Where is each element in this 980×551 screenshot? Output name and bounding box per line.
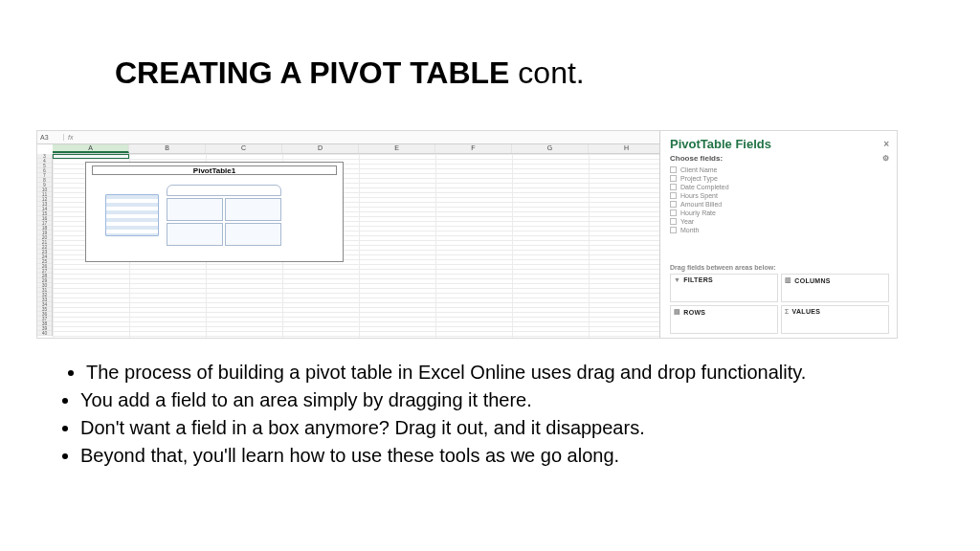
drag-areas-label: Drag fields between areas below:	[670, 260, 889, 271]
column-header[interactable]: E	[359, 144, 435, 153]
filters-label: FILTERS	[683, 276, 713, 283]
column-header[interactable]: B	[129, 144, 206, 153]
field-item[interactable]: Date Completed	[670, 183, 889, 191]
values-icon: Σ	[785, 308, 790, 315]
name-box[interactable]: A3	[37, 134, 64, 141]
selected-cell[interactable]	[53, 154, 129, 159]
choose-fields-label: Choose fields:	[670, 154, 723, 163]
columns-area[interactable]: ▥COLUMNS	[781, 274, 889, 302]
field-item[interactable]: Project Type	[670, 174, 889, 183]
fields-pane-title-row: PivotTable Fields ×	[670, 137, 889, 151]
close-icon[interactable]: ×	[883, 139, 889, 149]
row-header[interactable]: 40	[37, 331, 52, 336]
worksheet-area: A3 fx ABCDEFGH 3456789101112131415161718…	[37, 131, 659, 338]
bullet-list: The process of building a pivot table in…	[65, 360, 942, 471]
columns-icon: ▥	[785, 276, 791, 284]
field-item-label: Client Name	[680, 166, 718, 173]
choose-fields-row: Choose fields: ⚙	[670, 154, 889, 163]
field-item-label: Project Type	[680, 175, 718, 182]
checkbox-icon[interactable]	[670, 166, 677, 173]
field-item[interactable]: Client Name	[670, 165, 889, 174]
filters-area[interactable]: ▼FILTERS	[670, 274, 778, 302]
values-area[interactable]: ΣVALUES	[781, 305, 889, 334]
row-headers: 3456789101112131415161718192021222324252…	[37, 154, 53, 336]
field-item-label: Date Completed	[680, 184, 729, 190]
pivottable-placeholder-body	[86, 175, 343, 250]
mini-table-icon	[105, 194, 159, 236]
formula-bar: A3 fx	[37, 131, 659, 144]
checkbox-icon[interactable]	[670, 192, 677, 199]
rows-icon: ▤	[674, 308, 680, 316]
field-item[interactable]: Amount Billed	[670, 200, 889, 209]
drop-zones-icon	[167, 185, 281, 246]
bullet-item: Beyond that, you'll learn how to use the…	[80, 443, 942, 469]
checkbox-icon[interactable]	[670, 227, 677, 233]
fx-label: fx	[64, 134, 77, 141]
field-item[interactable]: Hours Spent	[670, 191, 889, 200]
checkbox-icon[interactable]	[670, 175, 677, 182]
excel-screenshot: A3 fx ABCDEFGH 3456789101112131415161718…	[36, 130, 898, 339]
pivottable-fields-pane: PivotTable Fields × Choose fields: ⚙ Cli…	[659, 131, 897, 338]
checkbox-icon[interactable]	[670, 201, 677, 208]
bullet-item: You add a field to an area simply by dra…	[80, 387, 942, 413]
field-item-label: Hours Spent	[680, 192, 718, 199]
field-item-label: Amount Billed	[680, 201, 722, 208]
column-headers: ABCDEFGH	[53, 144, 659, 154]
field-item-label: Month	[680, 227, 699, 233]
checkbox-icon[interactable]	[670, 209, 677, 216]
pivottable-placeholder[interactable]: PivotTable1	[85, 162, 344, 262]
column-header[interactable]: F	[435, 144, 512, 153]
column-header[interactable]: D	[282, 144, 359, 153]
column-header[interactable]: H	[589, 144, 659, 153]
column-header[interactable]: G	[512, 144, 589, 153]
checkbox-icon[interactable]	[670, 184, 677, 190]
values-label: VALUES	[792, 308, 821, 315]
field-item[interactable]: Month	[670, 226, 889, 234]
bullet-item: The process of building a pivot table in…	[86, 360, 942, 386]
pivottable-placeholder-title: PivotTable1	[92, 165, 337, 175]
fields-pane-title: PivotTable Fields	[670, 137, 771, 151]
field-item[interactable]: Year	[670, 217, 889, 226]
field-item-label: Year	[680, 218, 694, 225]
gear-icon[interactable]: ⚙	[882, 154, 889, 163]
bullet-item: Don't want a field in a box anymore? Dra…	[80, 415, 942, 441]
column-header[interactable]: A	[53, 144, 129, 153]
column-header[interactable]: C	[206, 144, 282, 153]
checkbox-icon[interactable]	[670, 218, 677, 225]
rows-label: ROWS	[683, 309, 705, 316]
columns-label: COLUMNS	[794, 277, 831, 284]
title-rest: cont.	[509, 55, 584, 90]
field-list: Client NameProject TypeDate CompletedHou…	[670, 165, 889, 234]
field-item-label: Hourly Rate	[680, 209, 716, 216]
filter-icon: ▼	[674, 276, 680, 283]
slide-title: CREATING A PIVOT TABLE cont.	[115, 55, 585, 91]
field-item[interactable]: Hourly Rate	[670, 209, 889, 217]
title-bold: CREATING A PIVOT TABLE	[115, 55, 509, 90]
drop-areas-grid: ▼FILTERS ▥COLUMNS ▤ROWS ΣVALUES	[670, 274, 889, 334]
rows-area[interactable]: ▤ROWS	[670, 305, 778, 334]
